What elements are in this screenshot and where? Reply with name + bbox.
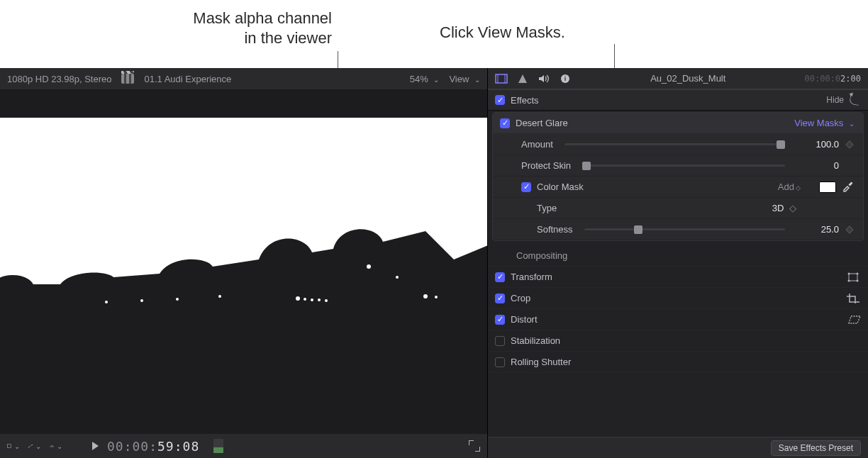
param-protect-skin: Protect Skin 0 (493, 155, 863, 177)
type-select[interactable]: 3D ◇ (772, 203, 796, 213)
view-label: View (449, 74, 469, 84)
svg-point-14 (367, 264, 371, 269)
zoom-menu[interactable]: 54% ⌄ (410, 74, 440, 84)
viewer-canvas[interactable] (0, 89, 487, 434)
svg-point-3 (140, 299, 143, 302)
undo-icon[interactable] (849, 94, 860, 106)
effects-enable-checkbox[interactable] (495, 95, 505, 105)
crop-checkbox[interactable] (495, 294, 505, 303)
group-label: Transform (511, 272, 552, 282)
keyframe-icon[interactable] (845, 225, 853, 233)
distort-checkbox[interactable] (495, 315, 505, 325)
row-stabilization[interactable]: Stabilization (488, 330, 868, 352)
effects-section-header[interactable]: Effects Hide (488, 89, 868, 111)
param-color-mask: Color Mask Add◇ (493, 177, 863, 198)
annotation-left-2: in the viewer (193, 28, 332, 48)
protect-skin-value[interactable]: 0 (796, 160, 839, 171)
softness-slider[interactable] (584, 225, 785, 235)
clapperboard-icon (121, 74, 134, 84)
svg-point-17 (32, 445, 33, 445)
stabilization-checkbox[interactable] (495, 336, 505, 346)
svg-point-27 (857, 272, 859, 274)
annotation-layer: Mask alpha channel in the viewer Click V… (0, 0, 868, 64)
group-label: Rolling Shutter (511, 357, 571, 367)
chevron-down-icon: ⌄ (35, 442, 41, 450)
group-label: Compositing (516, 250, 567, 261)
row-transform[interactable]: Transform (488, 267, 868, 288)
svg-marker-22 (518, 74, 527, 83)
view-menu[interactable]: View ⌄ (449, 74, 480, 84)
hide-button[interactable]: Hide (826, 95, 844, 105)
svg-point-4 (176, 298, 179, 301)
app-window: 1080p HD 23.98p, Stereo 01.1 Audi Experi… (0, 68, 868, 458)
info-inspector-tab[interactable]: i (559, 72, 572, 85)
crop-icon[interactable] (847, 294, 859, 303)
fullscreen-icon[interactable] (469, 440, 480, 452)
add-mask-button[interactable]: Add◇ (778, 181, 801, 192)
amount-slider[interactable] (564, 140, 785, 150)
chevron-down-icon: ⌄ (57, 442, 62, 450)
zoom-value: 54% (410, 74, 428, 84)
timecode-dim: 00:00: (107, 439, 157, 454)
speed-gauge-icon[interactable]: ⌄ (50, 441, 62, 451)
audio-meter[interactable] (213, 439, 223, 453)
viewer-header: 1080p HD 23.98p, Stereo 01.1 Audi Experi… (0, 68, 487, 89)
svg-point-10 (325, 299, 328, 302)
view-masks-button[interactable]: View Masks ⌄ (794, 118, 855, 128)
video-inspector-tab[interactable] (495, 72, 508, 85)
chevron-down-icon: ⌄ (14, 442, 20, 450)
svg-point-8 (311, 298, 313, 301)
effect-name: Desert Glare (516, 118, 568, 128)
color-inspector-tab[interactable] (516, 72, 529, 85)
svg-text:i: i (564, 75, 567, 82)
svg-point-7 (304, 298, 306, 301)
viewer-transport-bar: ⌄ ⌄ ⌄ 00:00:59:08 (0, 434, 487, 458)
keyframe-icon[interactable] (845, 140, 853, 148)
eyedropper-icon[interactable] (842, 179, 855, 194)
retime-tool-icon[interactable]: ⌄ (28, 441, 41, 451)
svg-line-18 (52, 446, 52, 447)
svg-point-2 (105, 301, 108, 303)
chevron-down-icon: ⌄ (433, 76, 439, 84)
crop-tool-icon[interactable]: ⌄ (7, 441, 20, 451)
amount-value[interactable]: 100.0 (796, 139, 839, 150)
compositing-header[interactable]: Compositing (488, 245, 868, 267)
svg-point-5 (218, 295, 221, 298)
color-mask-checkbox[interactable] (521, 182, 531, 192)
group-label: Crop (511, 293, 530, 303)
play-button[interactable] (92, 442, 99, 450)
audio-inspector-tab[interactable] (538, 72, 550, 85)
svg-point-9 (318, 298, 321, 301)
softness-value[interactable]: 25.0 (796, 224, 839, 235)
annotation-left-1: Mask alpha channel (193, 9, 332, 28)
protect-skin-slider[interactable] (582, 161, 785, 171)
inspector-pane: i Au_02_Dusk_Mult 00:00:02:00 Effects Hi… (488, 68, 868, 458)
row-rolling-shutter[interactable]: Rolling Shutter (488, 352, 868, 373)
timecode-lit: 59:08 (157, 439, 199, 454)
svg-rect-15 (7, 445, 11, 448)
effect-desert-glare: Desert Glare View Masks ⌄ Amount 100.0 (492, 112, 864, 241)
annotation-right: Click View Masks. (440, 23, 565, 43)
inspector-footer: Save Effects Preset (488, 437, 868, 458)
transform-checkbox[interactable] (495, 272, 505, 282)
project-name[interactable]: 01.1 Audi Experience (144, 74, 231, 84)
effect-header[interactable]: Desert Glare View Masks ⌄ (493, 113, 863, 134)
distort-icon[interactable] (847, 315, 859, 325)
color-mask-rect-icon[interactable] (819, 181, 836, 193)
svg-rect-19 (496, 74, 507, 83)
param-amount: Amount 100.0 (493, 134, 863, 155)
chevron-down-icon: ⌄ (849, 120, 855, 128)
group-label: Stabilization (511, 335, 560, 346)
effect-enable-checkbox[interactable] (500, 118, 510, 128)
rolling-shutter-checkbox[interactable] (495, 357, 505, 367)
clip-duration: 00:00:02:00 (805, 74, 861, 84)
group-label: Distort (511, 314, 538, 325)
transform-icon[interactable] (847, 272, 859, 282)
viewer-pane: 1080p HD 23.98p, Stereo 01.1 Audi Experi… (0, 68, 488, 458)
row-crop[interactable]: Crop (488, 288, 868, 309)
row-distort[interactable]: Distort (488, 309, 868, 330)
video-format: 1080p HD 23.98p, Stereo (7, 74, 111, 84)
timecode-display[interactable]: 00:00:59:08 (107, 439, 199, 454)
chevron-down-icon: ⌄ (474, 76, 480, 84)
save-preset-button[interactable]: Save Effects Preset (771, 440, 861, 456)
